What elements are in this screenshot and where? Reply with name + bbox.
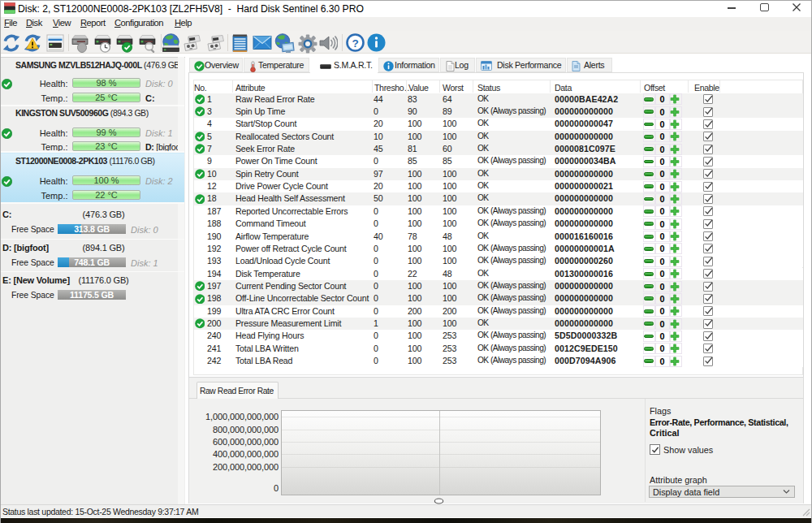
svg-text:?: ? — [352, 37, 358, 50]
